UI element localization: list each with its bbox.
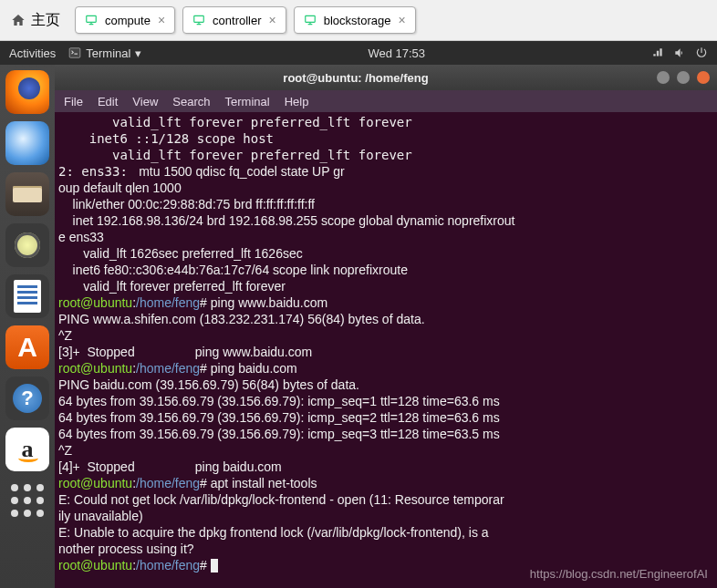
thunderbird-icon[interactable]: [5, 121, 49, 165]
power-icon[interactable]: [695, 46, 708, 59]
files-icon[interactable]: [5, 172, 49, 216]
tab-label: controller: [213, 14, 261, 27]
home-tab[interactable]: 主页: [0, 0, 71, 40]
close-icon[interactable]: ×: [398, 13, 405, 27]
app-menu-label: Terminal: [86, 46, 130, 60]
host-browser-tabstrip: 主页 compute × controller × blockstorage ×: [0, 0, 717, 41]
close-button[interactable]: [697, 71, 710, 84]
ubuntu-software-icon[interactable]: A: [5, 325, 49, 369]
close-icon[interactable]: ×: [158, 13, 165, 27]
terminal-content[interactable]: valid_lft forever preferred_lft forever …: [55, 112, 717, 588]
activities-button[interactable]: Activities: [9, 46, 56, 60]
network-icon[interactable]: [651, 46, 664, 59]
home-label: 主页: [31, 11, 60, 30]
watermark: https://blog.csdn.net/EngineerofAI: [530, 566, 708, 583]
dock: A ? a: [0, 65, 55, 588]
help-icon[interactable]: ?: [5, 377, 49, 420]
tab-label: compute: [105, 14, 151, 27]
svg-rect-2: [305, 15, 315, 22]
vm-tab-controller[interactable]: controller ×: [182, 6, 286, 34]
menu-edit[interactable]: Edit: [98, 95, 118, 108]
terminal-menubar: File Edit View Search Terminal Help: [55, 90, 717, 112]
clock[interactable]: Wed 17:53: [368, 46, 425, 60]
libreoffice-writer-icon[interactable]: [5, 274, 49, 318]
menu-search[interactable]: Search: [172, 95, 210, 108]
window-title: root@ubuntu: /home/feng: [283, 71, 428, 85]
monitor-icon: [192, 14, 205, 26]
menu-file[interactable]: File: [64, 95, 83, 108]
terminal-window: root@ubuntu: /home/feng File Edit View S…: [55, 65, 717, 588]
svg-rect-3: [69, 48, 80, 58]
svg-rect-1: [194, 15, 204, 22]
maximize-button[interactable]: [677, 71, 690, 84]
home-icon: [11, 13, 26, 27]
vm-tab-compute[interactable]: compute ×: [75, 6, 175, 34]
vm-tab-blockstorage[interactable]: blockstorage ×: [294, 6, 416, 34]
monitor-icon: [304, 14, 317, 26]
terminal-icon: [68, 46, 81, 59]
menu-help[interactable]: Help: [285, 95, 309, 108]
svg-rect-0: [87, 15, 97, 22]
gnome-top-panel: Activities Terminal ▾ Wed 17:53: [0, 41, 717, 65]
firefox-icon[interactable]: [5, 70, 49, 114]
monitor-icon: [85, 14, 98, 26]
close-icon[interactable]: ×: [269, 13, 276, 27]
tab-label: blockstorage: [324, 14, 391, 27]
rhythmbox-icon[interactable]: [5, 223, 49, 267]
chevron-down-icon: ▾: [135, 46, 141, 60]
menu-view[interactable]: View: [132, 95, 158, 108]
minimize-button[interactable]: [657, 71, 670, 84]
amazon-icon[interactable]: a: [5, 428, 49, 471]
window-titlebar[interactable]: root@ubuntu: /home/feng: [55, 65, 717, 90]
menu-terminal[interactable]: Terminal: [225, 95, 270, 108]
volume-icon[interactable]: [673, 46, 686, 59]
app-menu[interactable]: Terminal ▾: [68, 46, 141, 60]
show-applications-icon[interactable]: [5, 479, 49, 522]
